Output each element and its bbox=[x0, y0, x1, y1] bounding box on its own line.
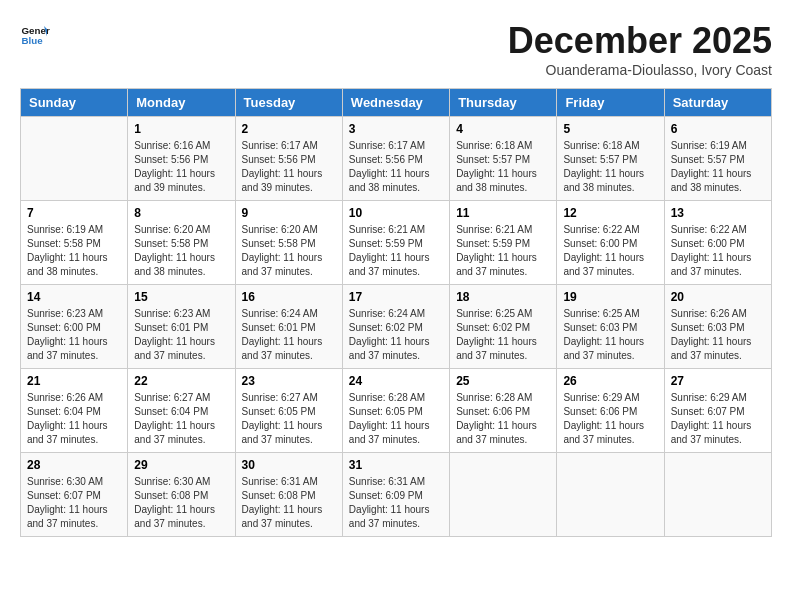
day-number: 5 bbox=[563, 122, 657, 136]
day-info: Sunrise: 6:19 AM Sunset: 5:57 PM Dayligh… bbox=[671, 139, 765, 195]
day-number: 12 bbox=[563, 206, 657, 220]
calendar-cell: 18Sunrise: 6:25 AM Sunset: 6:02 PM Dayli… bbox=[450, 285, 557, 369]
header-row: Sunday Monday Tuesday Wednesday Thursday… bbox=[21, 89, 772, 117]
calendar-cell: 5Sunrise: 6:18 AM Sunset: 5:57 PM Daylig… bbox=[557, 117, 664, 201]
col-sunday: Sunday bbox=[21, 89, 128, 117]
day-info: Sunrise: 6:19 AM Sunset: 5:58 PM Dayligh… bbox=[27, 223, 121, 279]
calendar-cell: 27Sunrise: 6:29 AM Sunset: 6:07 PM Dayli… bbox=[664, 369, 771, 453]
calendar-week-5: 28Sunrise: 6:30 AM Sunset: 6:07 PM Dayli… bbox=[21, 453, 772, 537]
day-info: Sunrise: 6:25 AM Sunset: 6:03 PM Dayligh… bbox=[563, 307, 657, 363]
day-number: 13 bbox=[671, 206, 765, 220]
calendar-cell: 22Sunrise: 6:27 AM Sunset: 6:04 PM Dayli… bbox=[128, 369, 235, 453]
calendar-cell: 10Sunrise: 6:21 AM Sunset: 5:59 PM Dayli… bbox=[342, 201, 449, 285]
day-info: Sunrise: 6:31 AM Sunset: 6:08 PM Dayligh… bbox=[242, 475, 336, 531]
calendar-cell: 24Sunrise: 6:28 AM Sunset: 6:05 PM Dayli… bbox=[342, 369, 449, 453]
day-number: 10 bbox=[349, 206, 443, 220]
day-info: Sunrise: 6:16 AM Sunset: 5:56 PM Dayligh… bbox=[134, 139, 228, 195]
calendar-cell: 1Sunrise: 6:16 AM Sunset: 5:56 PM Daylig… bbox=[128, 117, 235, 201]
day-info: Sunrise: 6:22 AM Sunset: 6:00 PM Dayligh… bbox=[563, 223, 657, 279]
calendar-cell bbox=[664, 453, 771, 537]
day-number: 8 bbox=[134, 206, 228, 220]
calendar-cell: 28Sunrise: 6:30 AM Sunset: 6:07 PM Dayli… bbox=[21, 453, 128, 537]
day-number: 26 bbox=[563, 374, 657, 388]
calendar-cell: 29Sunrise: 6:30 AM Sunset: 6:08 PM Dayli… bbox=[128, 453, 235, 537]
day-number: 22 bbox=[134, 374, 228, 388]
day-info: Sunrise: 6:27 AM Sunset: 6:04 PM Dayligh… bbox=[134, 391, 228, 447]
day-info: Sunrise: 6:28 AM Sunset: 6:06 PM Dayligh… bbox=[456, 391, 550, 447]
calendar-cell: 20Sunrise: 6:26 AM Sunset: 6:03 PM Dayli… bbox=[664, 285, 771, 369]
calendar-cell bbox=[557, 453, 664, 537]
logo-icon: General Blue bbox=[20, 20, 50, 50]
day-number: 28 bbox=[27, 458, 121, 472]
calendar-cell: 6Sunrise: 6:19 AM Sunset: 5:57 PM Daylig… bbox=[664, 117, 771, 201]
day-info: Sunrise: 6:20 AM Sunset: 5:58 PM Dayligh… bbox=[242, 223, 336, 279]
calendar-cell: 30Sunrise: 6:31 AM Sunset: 6:08 PM Dayli… bbox=[235, 453, 342, 537]
day-info: Sunrise: 6:21 AM Sunset: 5:59 PM Dayligh… bbox=[349, 223, 443, 279]
calendar-cell: 3Sunrise: 6:17 AM Sunset: 5:56 PM Daylig… bbox=[342, 117, 449, 201]
day-info: Sunrise: 6:25 AM Sunset: 6:02 PM Dayligh… bbox=[456, 307, 550, 363]
calendar-title: December 2025 bbox=[508, 20, 772, 62]
day-number: 31 bbox=[349, 458, 443, 472]
day-info: Sunrise: 6:20 AM Sunset: 5:58 PM Dayligh… bbox=[134, 223, 228, 279]
calendar-cell: 15Sunrise: 6:23 AM Sunset: 6:01 PM Dayli… bbox=[128, 285, 235, 369]
day-number: 18 bbox=[456, 290, 550, 304]
col-saturday: Saturday bbox=[664, 89, 771, 117]
calendar-week-2: 7Sunrise: 6:19 AM Sunset: 5:58 PM Daylig… bbox=[21, 201, 772, 285]
calendar-cell: 4Sunrise: 6:18 AM Sunset: 5:57 PM Daylig… bbox=[450, 117, 557, 201]
col-friday: Friday bbox=[557, 89, 664, 117]
day-info: Sunrise: 6:30 AM Sunset: 6:08 PM Dayligh… bbox=[134, 475, 228, 531]
day-number: 14 bbox=[27, 290, 121, 304]
calendar-cell: 31Sunrise: 6:31 AM Sunset: 6:09 PM Dayli… bbox=[342, 453, 449, 537]
day-number: 19 bbox=[563, 290, 657, 304]
calendar-cell: 11Sunrise: 6:21 AM Sunset: 5:59 PM Dayli… bbox=[450, 201, 557, 285]
page-header: General Blue December 2025 Ouanderama-Di… bbox=[20, 20, 772, 78]
day-number: 27 bbox=[671, 374, 765, 388]
col-thursday: Thursday bbox=[450, 89, 557, 117]
day-info: Sunrise: 6:17 AM Sunset: 5:56 PM Dayligh… bbox=[349, 139, 443, 195]
calendar-subtitle: Ouanderama-Dioulasso, Ivory Coast bbox=[508, 62, 772, 78]
day-number: 21 bbox=[27, 374, 121, 388]
calendar-week-3: 14Sunrise: 6:23 AM Sunset: 6:00 PM Dayli… bbox=[21, 285, 772, 369]
day-number: 6 bbox=[671, 122, 765, 136]
day-info: Sunrise: 6:24 AM Sunset: 6:01 PM Dayligh… bbox=[242, 307, 336, 363]
calendar-cell: 7Sunrise: 6:19 AM Sunset: 5:58 PM Daylig… bbox=[21, 201, 128, 285]
calendar-cell: 2Sunrise: 6:17 AM Sunset: 5:56 PM Daylig… bbox=[235, 117, 342, 201]
day-info: Sunrise: 6:18 AM Sunset: 5:57 PM Dayligh… bbox=[456, 139, 550, 195]
day-info: Sunrise: 6:28 AM Sunset: 6:05 PM Dayligh… bbox=[349, 391, 443, 447]
day-info: Sunrise: 6:26 AM Sunset: 6:03 PM Dayligh… bbox=[671, 307, 765, 363]
calendar-cell bbox=[450, 453, 557, 537]
day-info: Sunrise: 6:22 AM Sunset: 6:00 PM Dayligh… bbox=[671, 223, 765, 279]
day-info: Sunrise: 6:30 AM Sunset: 6:07 PM Dayligh… bbox=[27, 475, 121, 531]
calendar-cell: 9Sunrise: 6:20 AM Sunset: 5:58 PM Daylig… bbox=[235, 201, 342, 285]
calendar-cell: 16Sunrise: 6:24 AM Sunset: 6:01 PM Dayli… bbox=[235, 285, 342, 369]
title-area: December 2025 Ouanderama-Dioulasso, Ivor… bbox=[508, 20, 772, 78]
col-monday: Monday bbox=[128, 89, 235, 117]
day-number: 29 bbox=[134, 458, 228, 472]
day-number: 24 bbox=[349, 374, 443, 388]
calendar-cell: 21Sunrise: 6:26 AM Sunset: 6:04 PM Dayli… bbox=[21, 369, 128, 453]
day-info: Sunrise: 6:27 AM Sunset: 6:05 PM Dayligh… bbox=[242, 391, 336, 447]
calendar-week-1: 1Sunrise: 6:16 AM Sunset: 5:56 PM Daylig… bbox=[21, 117, 772, 201]
logo: General Blue bbox=[20, 20, 50, 50]
day-number: 1 bbox=[134, 122, 228, 136]
calendar-cell: 25Sunrise: 6:28 AM Sunset: 6:06 PM Dayli… bbox=[450, 369, 557, 453]
day-number: 4 bbox=[456, 122, 550, 136]
day-info: Sunrise: 6:31 AM Sunset: 6:09 PM Dayligh… bbox=[349, 475, 443, 531]
day-info: Sunrise: 6:29 AM Sunset: 6:07 PM Dayligh… bbox=[671, 391, 765, 447]
day-info: Sunrise: 6:21 AM Sunset: 5:59 PM Dayligh… bbox=[456, 223, 550, 279]
day-number: 15 bbox=[134, 290, 228, 304]
calendar-cell: 12Sunrise: 6:22 AM Sunset: 6:00 PM Dayli… bbox=[557, 201, 664, 285]
day-info: Sunrise: 6:23 AM Sunset: 6:00 PM Dayligh… bbox=[27, 307, 121, 363]
day-info: Sunrise: 6:29 AM Sunset: 6:06 PM Dayligh… bbox=[563, 391, 657, 447]
day-number: 9 bbox=[242, 206, 336, 220]
day-info: Sunrise: 6:26 AM Sunset: 6:04 PM Dayligh… bbox=[27, 391, 121, 447]
day-number: 3 bbox=[349, 122, 443, 136]
svg-text:Blue: Blue bbox=[22, 35, 44, 46]
calendar-cell bbox=[21, 117, 128, 201]
col-wednesday: Wednesday bbox=[342, 89, 449, 117]
calendar-cell: 13Sunrise: 6:22 AM Sunset: 6:00 PM Dayli… bbox=[664, 201, 771, 285]
day-info: Sunrise: 6:17 AM Sunset: 5:56 PM Dayligh… bbox=[242, 139, 336, 195]
col-tuesday: Tuesday bbox=[235, 89, 342, 117]
day-number: 2 bbox=[242, 122, 336, 136]
calendar-week-4: 21Sunrise: 6:26 AM Sunset: 6:04 PM Dayli… bbox=[21, 369, 772, 453]
